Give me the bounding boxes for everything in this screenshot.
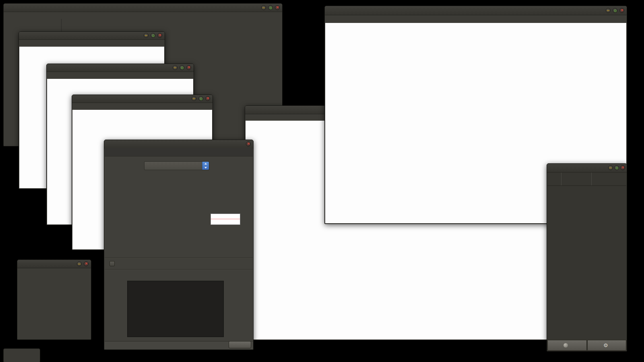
edit-curve-tabs [105,148,253,156]
dropdown-spinner-icon[interactable] [202,162,209,170]
minimize-icon[interactable] [608,165,613,170]
row-number-column-header[interactable] [547,173,561,185]
maximize-icon[interactable] [613,8,617,13]
close-icon[interactable] [620,165,625,170]
close-icon[interactable] [186,65,191,70]
minimize-icon[interactable] [192,96,196,101]
toolboxes-window [17,259,91,340]
edit-curve-titlebar[interactable] [104,140,253,148]
column-header-r[interactable] [561,173,592,185]
cancel-icon [564,343,568,348]
view3d-pbe-titlebar[interactable] [47,64,194,72]
close-icon[interactable] [619,8,624,13]
data-table-titlebar[interactable] [547,164,627,173]
maximize-icon[interactable] [614,165,619,170]
minimize-icon[interactable] [261,5,266,10]
table-header [547,173,626,186]
view3d-pbe-menubar [47,72,194,79]
column-header-value[interactable] [592,173,626,185]
close-button[interactable] [229,341,251,348]
edit-curve-dialog [104,140,254,350]
gr-plot-menubar [325,15,627,23]
select-set-dropdown[interactable] [144,161,209,170]
window-fragment [3,348,40,362]
close-icon[interactable] [246,142,251,146]
close-icon[interactable] [205,96,210,101]
maximize-icon[interactable] [198,96,203,101]
minimize-icon[interactable] [144,33,149,38]
maximize-icon[interactable] [180,65,184,70]
cancel-button[interactable] [547,340,587,351]
view3d-pw91-menubar [19,40,165,47]
view3d-pw91-titlebar[interactable] [19,32,165,40]
view3d-blyp-titlebar[interactable] [72,95,213,103]
maximize-icon[interactable] [268,5,273,10]
view3d-blyp-menubar [72,103,213,110]
gr-plot-titlebar[interactable] [325,6,627,15]
close-icon[interactable] [157,33,162,38]
minimize-icon[interactable] [606,8,611,13]
apply-button[interactable]: ⚙ [587,340,627,351]
layers-listbox[interactable] [127,281,224,337]
minimize-icon[interactable] [77,261,82,266]
maximize-icon[interactable] [151,33,155,38]
gear-icon: ⚙ [603,342,608,348]
preview-line [211,219,240,219]
minimize-icon[interactable] [173,65,178,70]
main-menubar [4,12,282,19]
xshift-checkbox[interactable] [109,261,115,266]
toolboxes-titlebar[interactable] [17,260,91,268]
close-icon[interactable] [84,261,89,266]
table-footer: ⚙ [547,340,626,351]
data-table-window: ⚙ [547,163,627,352]
main-window-titlebar[interactable] [4,4,282,12]
close-icon[interactable] [275,5,280,10]
curve-preview [211,214,240,225]
